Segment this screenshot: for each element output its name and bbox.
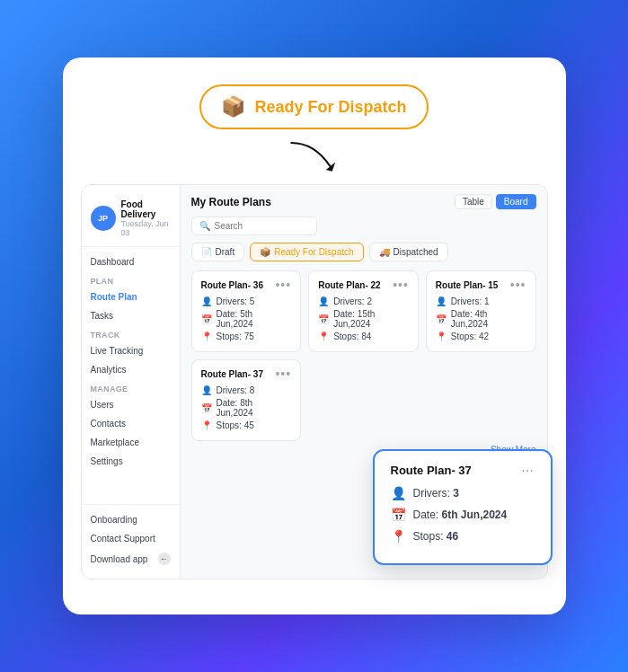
sidebar-item-marketplace[interactable]: Marketplace xyxy=(82,433,180,452)
route-card-36-menu[interactable]: ••• xyxy=(275,279,291,291)
route-card-37-date: 📅 Date: 8th Jun,2024 xyxy=(201,398,292,418)
route-card-36-stops: 📍 Stops: 75 xyxy=(201,332,292,341)
sidebar-item-route-plan[interactable]: Route Plan xyxy=(82,287,180,306)
sidebar-date: Tuesday, Jun 03 xyxy=(121,219,171,237)
sidebar-item-contact-support[interactable]: Contact Support xyxy=(82,529,180,548)
driver-icon-36: 👤 xyxy=(201,296,212,306)
route-card-15-date: 📅 Date: 4th Jun,2024 xyxy=(436,309,526,329)
sidebar-section-track-label: Track xyxy=(82,325,180,341)
pin-icon-15: 📍 xyxy=(436,332,447,341)
filter-draft[interactable]: 📄 Draft xyxy=(191,243,245,261)
route-card-36: Route Plan- 36 ••• 👤 Drivers: 5 📅 Date: … xyxy=(191,270,302,352)
view-toggles: Table Board xyxy=(455,194,536,209)
sidebar-item-dashboard[interactable]: Dashboard xyxy=(82,252,180,271)
route-card-22-title: Route Plan- 22 xyxy=(318,280,380,290)
arrow-container xyxy=(81,138,548,177)
route-card-22-date: 📅 Date: 15th Jun,2024 xyxy=(318,309,409,329)
search-input[interactable] xyxy=(215,221,309,231)
route-card-15-drivers: 👤 Drivers: 1 xyxy=(436,296,526,306)
arrow-icon xyxy=(287,138,341,174)
pin-icon-22: 📍 xyxy=(318,332,329,341)
app-name: Food Delivery xyxy=(121,199,171,219)
route-card-37-drivers: 👤 Drivers: 8 xyxy=(201,385,292,395)
popup-calendar-icon: 📅 xyxy=(391,508,406,522)
draft-icon: 📄 xyxy=(201,247,212,257)
popup-card-title: Route Plan- 37 xyxy=(391,464,472,477)
popup-date-row: 📅 Date: 6th Jun,2024 xyxy=(391,508,535,522)
sidebar-item-onboarding[interactable]: Onboarding xyxy=(82,510,180,529)
search-icon: 🔍 xyxy=(199,221,210,231)
cards-col-1: Route Plan- 36 ••• 👤 Drivers: 5 📅 Date: … xyxy=(191,270,302,441)
popup-card-menu[interactable]: ⋯ xyxy=(521,464,535,477)
sidebar-item-download-app[interactable]: Download app ← xyxy=(82,548,180,570)
dispatch-badge-label: Ready For Dispatch xyxy=(254,98,406,117)
route-card-37-title: Route Plan- 37 xyxy=(201,369,263,379)
sidebar-header: JP Food Delivery Tuesday, Jun 03 xyxy=(82,194,180,247)
route-card-22-menu[interactable]: ••• xyxy=(393,279,409,291)
route-card-37-stops: 📍 Stops: 45 xyxy=(201,420,292,430)
popup-pin-icon: 📍 xyxy=(391,529,406,544)
filter-row: 📄 Draft 📦 Ready For Dispatch 🚚 Dispatche… xyxy=(191,243,536,261)
route-card-22: Route Plan- 22 ••• 👤 Drivers: 2 📅 Date: … xyxy=(308,270,419,352)
pin-icon-36: 📍 xyxy=(201,332,212,341)
dispatch-badge[interactable]: 📦 Ready For Dispatch xyxy=(199,84,428,129)
sidebar-section-manage-label: Manage xyxy=(82,379,180,395)
sidebar: JP Food Delivery Tuesday, Jun 03 Dashboa… xyxy=(82,185,181,579)
route-card-22-drivers: 👤 Drivers: 2 xyxy=(318,296,409,306)
sidebar-item-contacts[interactable]: Contacts xyxy=(82,414,180,433)
route-card-37: Route Plan- 37 ••• 👤 Drivers: 8 📅 Date: … xyxy=(191,359,302,441)
calendar-icon-37: 📅 xyxy=(201,403,212,413)
driver-icon-37: 👤 xyxy=(201,385,212,395)
calendar-icon-15: 📅 xyxy=(436,314,447,324)
pin-icon-37: 📍 xyxy=(201,420,212,430)
filter-ready[interactable]: 📦 Ready For Dispatch xyxy=(250,243,363,261)
board-view-toggle[interactable]: Board xyxy=(496,194,536,209)
route-card-36-drivers: 👤 Drivers: 5 xyxy=(201,296,292,306)
route-card-36-title: Route Plan- 36 xyxy=(201,280,263,290)
cards-col-3: Route Plan- 15 ••• 👤 Drivers: 1 📅 Date: … xyxy=(426,270,536,441)
popup-drivers-row: 👤 Drivers: 3 xyxy=(391,486,535,500)
sidebar-item-users[interactable]: Users xyxy=(82,395,180,414)
sidebar-item-settings[interactable]: Settings xyxy=(82,452,180,471)
search-bar[interactable]: 🔍 xyxy=(191,217,317,235)
route-card-15-title: Route Plan- 15 xyxy=(436,280,498,290)
main-title: My Route Plans xyxy=(191,196,271,208)
popup-stops-row: 📍 Stops: 46 xyxy=(391,529,535,544)
sidebar-item-analytics[interactable]: Analytics xyxy=(82,360,180,379)
route-card-15-header: Route Plan- 15 ••• xyxy=(436,279,526,291)
route-card-15-stops: 📍 Stops: 42 xyxy=(436,332,526,341)
filter-dispatched[interactable]: 🚚 Dispatched xyxy=(369,243,448,261)
cards-section: Route Plan- 36 ••• 👤 Drivers: 5 📅 Date: … xyxy=(191,270,536,441)
driver-icon-15: 👤 xyxy=(436,296,447,306)
route-card-37-header: Route Plan- 37 ••• xyxy=(201,367,292,380)
route-card-15-menu[interactable]: ••• xyxy=(510,279,526,291)
route-card-37-menu[interactable]: ••• xyxy=(275,367,291,380)
table-view-toggle[interactable]: Table xyxy=(455,194,492,209)
sidebar-item-tasks[interactable]: Tasks xyxy=(82,306,180,325)
box-icon: 📦 xyxy=(221,95,245,119)
popup-driver-icon: 👤 xyxy=(391,486,406,500)
download-icon: ← xyxy=(158,553,171,565)
sidebar-section-plan-label: Plan xyxy=(82,271,180,287)
route-card-22-header: Route Plan- 22 ••• xyxy=(318,279,409,291)
sidebar-header-text: Food Delivery Tuesday, Jun 03 xyxy=(121,199,171,237)
avatar: JP xyxy=(91,206,116,231)
route-card-15: Route Plan- 15 ••• 👤 Drivers: 1 📅 Date: … xyxy=(426,270,536,352)
calendar-icon-36: 📅 xyxy=(201,314,212,324)
sidebar-bottom: Onboarding Contact Support Download app … xyxy=(82,504,180,570)
dispatched-icon: 🚚 xyxy=(379,247,390,257)
sidebar-item-live-tracking[interactable]: Live Tracking xyxy=(82,341,180,360)
route-card-36-header: Route Plan- 36 ••• xyxy=(201,279,292,291)
driver-icon-22: 👤 xyxy=(318,296,329,306)
route-card-36-date: 📅 Date: 5th Jun,2024 xyxy=(201,309,292,329)
main-card: 📦 Ready For Dispatch JP Food Delivery Tu… xyxy=(63,57,566,615)
calendar-icon-22: 📅 xyxy=(318,314,329,324)
cards-col-2: Route Plan- 22 ••• 👤 Drivers: 2 📅 Date: … xyxy=(308,270,419,441)
popup-card: Route Plan- 37 ⋯ 👤 Drivers: 3 📅 Date: 6t… xyxy=(373,449,553,565)
main-header: My Route Plans Table Board xyxy=(191,194,536,209)
popup-card-header: Route Plan- 37 ⋯ xyxy=(391,464,535,477)
ready-icon: 📦 xyxy=(260,247,270,257)
route-card-22-stops: 📍 Stops: 84 xyxy=(318,332,409,341)
